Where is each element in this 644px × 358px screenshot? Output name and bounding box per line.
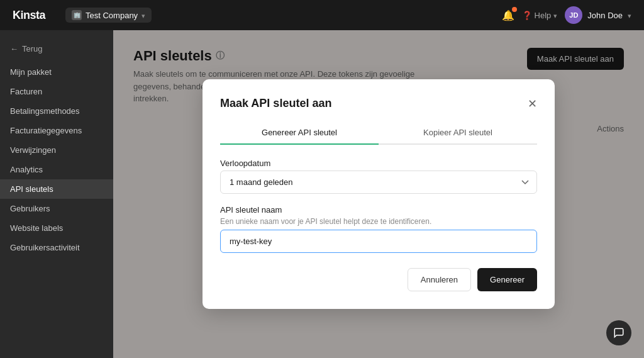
sidebar-item-label: Mijn pakket (10, 67, 52, 77)
name-group: API sleutel naam Een unieke naam voor je… (220, 205, 537, 253)
modal-tabs: Genereer API sleutel Kopieer API sleutel (220, 123, 537, 145)
help-chevron-icon (553, 11, 557, 20)
api-key-name-input[interactable] (220, 230, 537, 253)
company-icon: 🏢 (72, 10, 82, 20)
modal-title: Maak API sleutel aan (220, 97, 331, 110)
sidebar-item-label: Gebruikersactiviteit (10, 243, 80, 252)
sidebar-item-gebruikersactiviteit[interactable]: Gebruikersactiviteit (0, 238, 113, 257)
chat-icon (613, 327, 625, 338)
notifications-button[interactable]: 🔔 (502, 9, 514, 21)
modal-overlay[interactable]: Maak API sleutel aan ✕ Genereer API sleu… (113, 30, 644, 358)
sidebar-item-label: Website labels (10, 223, 63, 233)
back-label: Terug (22, 44, 43, 53)
modal: Maak API sleutel aan ✕ Genereer API sleu… (203, 79, 555, 309)
sidebar-item-website-labels[interactable]: Website labels (0, 218, 113, 238)
main-layout: ← Terug Mijn pakket Facturen Betalingsme… (0, 30, 644, 358)
sidebar-item-mijn-pakket[interactable]: Mijn pakket (0, 62, 113, 82)
help-label: Help (535, 11, 552, 20)
sidebar-item-label: Verwijzingen (10, 145, 56, 155)
tab-indicator (220, 143, 379, 145)
sidebar-item-betalingsmethodes[interactable]: Betalingsmethodes (0, 101, 113, 121)
help-icon: ❓ (522, 11, 532, 20)
expiry-label: Verloopdatum (220, 159, 537, 168)
company-name: Test Company (86, 11, 138, 20)
sidebar-item-label: Facturatiegegevens (10, 126, 82, 135)
name-hint: Een unieke naam voor je API sleutel help… (220, 217, 537, 226)
topnav-right: 🔔 ❓ Help JD John Doe (502, 6, 631, 24)
name-label: API sleutel naam (220, 205, 537, 215)
user-name: John Doe (587, 11, 623, 20)
sidebar-item-api-sleutels[interactable]: API sleutels (0, 179, 113, 199)
sidebar-item-label: Facturen (10, 87, 42, 96)
company-chevron-icon (142, 11, 145, 20)
sidebar-item-label: Betalingsmethodes (10, 106, 80, 116)
app-logo: Kinsta (13, 9, 45, 22)
sidebar-item-label: Analytics (10, 165, 43, 174)
sidebar-item-gebruikers[interactable]: Gebruikers (0, 199, 113, 218)
notification-badge (512, 7, 517, 12)
back-arrow-icon: ← (10, 44, 18, 53)
user-menu[interactable]: JD John Doe (565, 6, 631, 24)
modal-footer: Annuleren Genereer (220, 268, 537, 291)
sidebar-item-facturen[interactable]: Facturen (0, 82, 113, 101)
back-button[interactable]: ← Terug (0, 40, 113, 62)
top-navigation: Kinsta 🏢 Test Company 🔔 ❓ Help JD John D… (0, 0, 644, 30)
sidebar-item-verwijzingen[interactable]: Verwijzingen (0, 140, 113, 160)
generate-button[interactable]: Genereer (477, 268, 537, 291)
modal-header: Maak API sleutel aan ✕ (220, 97, 537, 110)
help-button[interactable]: ❓ Help (522, 11, 558, 20)
modal-close-button[interactable]: ✕ (528, 98, 537, 109)
tab-kopieer[interactable]: Kopieer API sleutel (379, 123, 537, 143)
sidebar: ← Terug Mijn pakket Facturen Betalingsme… (0, 30, 113, 358)
sidebar-item-label: API sleutels (10, 184, 53, 194)
sidebar-item-facturatiegegevens[interactable]: Facturatiegegevens (0, 121, 113, 140)
user-chevron-icon (628, 11, 631, 20)
main-content: API sleutels ⓘ Maak sleutels om te commu… (113, 30, 644, 358)
expiry-select[interactable]: 1 maand geleden 3 maanden geleden 6 maan… (220, 171, 537, 194)
chat-widget-button[interactable] (606, 320, 631, 345)
sidebar-item-analytics[interactable]: Analytics (0, 160, 113, 179)
company-selector[interactable]: 🏢 Test Company (65, 8, 152, 23)
expiry-group: Verloopdatum 1 maand geleden 3 maanden g… (220, 159, 537, 194)
tab-genereer[interactable]: Genereer API sleutel (220, 123, 379, 143)
avatar: JD (565, 6, 582, 24)
sidebar-item-label: Gebruikers (10, 204, 50, 213)
cancel-button[interactable]: Annuleren (408, 268, 471, 291)
